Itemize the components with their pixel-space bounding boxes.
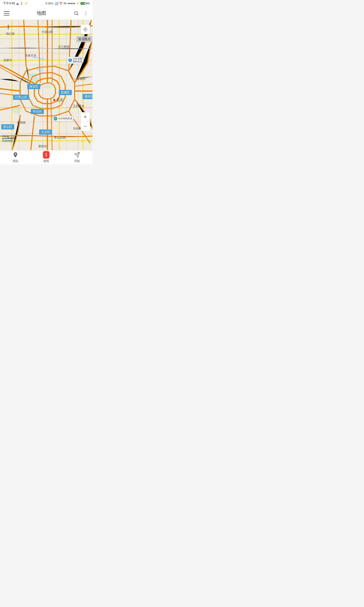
beijing-center-label: 北京 [56,98,63,102]
district-daxing[interactable]: 大兴区 [39,130,52,135]
svg-point-9 [43,84,52,89]
location-sujiatuo: 苏家坨 [3,58,12,62]
airport-icon: ✈ [68,58,72,62]
svg-point-36 [84,28,87,31]
nearby-icon [12,152,19,158]
nearby-label: 周边 [13,159,18,163]
svg-line-1 [77,14,78,15]
traffic-label: 显示路况 [78,37,91,41]
airport-icon-2: ✈ [53,117,57,120]
airport-capital[interactable]: ✈ 北京首都国际机场 [67,57,84,64]
lightning-icon: ⚡ [76,2,80,5]
person-icon: 🚶 [20,2,24,5]
svg-text:N: N [8,24,9,26]
status-bar: 下午4:48 ☁ 🚶 ⚡ 0.15%↓ 🔄 ⏰ 46 ●●●●● ⚡ 68 [0,0,92,7]
navigate-label: 导航 [74,159,80,163]
time-display: 下午4:48 [3,1,15,5]
beijing-center-marker[interactable]: 北京 [53,98,63,102]
navigate-icon [74,152,80,158]
scale-bar: 10km [2,135,16,139]
search-button[interactable] [74,11,79,16]
zoom-out-button[interactable]: − [80,122,90,131]
airport-nanyuan-label: 北京南苑机场 [58,117,72,120]
location-xiaotangshan: 小汤山镇 [41,30,53,34]
location-beiqijia: 北七家镇 [58,45,69,49]
signal-strength: 46 [64,2,66,5]
location-qingyun: 青云店镇 [54,136,65,140]
district-fangshan[interactable]: 房山区 [1,124,14,130]
app-title: 地图 [10,10,74,16]
beijing-center-dot [53,99,55,101]
location-button[interactable] [80,25,90,34]
nav-route[interactable]: 路线 [43,152,50,163]
weather-icon: ☁ [16,2,19,5]
location-changyang: 长阳镇 [17,121,26,125]
battery-indicator [80,2,86,5]
battery-level: 68 [87,2,90,5]
route-icon-bg [43,151,50,159]
zoom-in-button[interactable]: + [80,112,90,122]
map-container[interactable]: N 显示路况 海淀区 石景山区 丰台区 东城区 通州区 房山区 大兴区 池口镇 … [0,20,92,150]
route-label: 路线 [43,159,49,163]
clock-icon: ⏰ [59,2,63,5]
nav-navigate[interactable]: 导航 [74,152,80,163]
airport-nanyuan[interactable]: ✈ 北京南苑机场 [52,116,74,121]
location-wangsiying: 王四营乡 [73,104,84,108]
more-button[interactable] [83,11,89,16]
district-fengtai[interactable]: 丰台区 [31,109,44,114]
status-indicators: 0.15%↓ 🔄 ⏰ 46 ●●●●● ⚡ 68 [46,2,90,5]
location-shigezhuang: 史各庄乡 [25,53,36,58]
nav-nearby[interactable]: 周边 [12,152,19,163]
svg-point-0 [75,11,78,14]
signal-dots: ●●●●● [67,2,75,5]
svg-marker-33 [7,26,9,30]
district-tongzhou[interactable]: 通州区 [82,94,92,99]
svg-point-3 [86,13,86,13]
scale-text: 10km [2,135,16,138]
svg-point-35 [85,29,86,30]
route-icon-container [43,152,50,158]
district-shijingshan[interactable]: 石景山区 [13,95,29,100]
location-chikou: 池口镇 [6,32,14,36]
traffic-button[interactable]: 显示路况 [76,36,92,42]
usb-icon: ⚡ [25,2,28,5]
district-haidian[interactable]: 海淀区 [27,84,40,89]
airport-capital-label: 北京首都国际机场 [73,57,82,63]
location-cuibifang: 垂碧坊 [39,145,47,148]
svg-point-4 [86,14,86,15]
toolbar-icons [74,11,89,16]
data-usage: 0.15%↓ [46,2,54,5]
gaode-logo-text: 高德地图 [2,139,13,143]
gaode-logo: 高德地图 [2,138,13,143]
location-jingai: 金盏乡 [77,77,86,81]
bottom-nav: 周边 路线 导航 [0,150,92,164]
svg-point-2 [86,11,86,12]
north-arrow: N [6,24,11,32]
district-dongcheng[interactable]: 东城区 [59,90,72,95]
zoom-controls: + − [80,112,90,131]
menu-button[interactable] [4,11,10,16]
app-bar: 地图 [0,7,92,20]
sync-icon: 🔄 [55,2,58,5]
status-time: 下午4:48 ☁ 🚶 ⚡ [3,1,28,5]
